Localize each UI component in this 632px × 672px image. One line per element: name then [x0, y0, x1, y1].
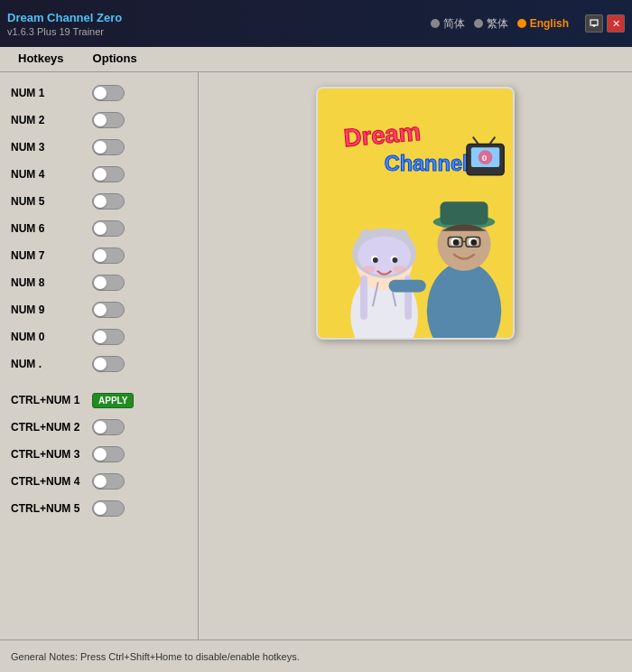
lang-simplified-label: 简体 [443, 16, 465, 32]
svg-rect-18 [360, 275, 367, 320]
hotkey-label: CTRL+NUM 2 [11, 421, 92, 434]
toggle-switch[interactable] [92, 166, 125, 182]
toggle-switch[interactable] [92, 85, 125, 101]
radio-traditional [474, 19, 483, 28]
hotkey-row: NUM 8 [0, 269, 198, 296]
svg-rect-31 [440, 201, 488, 225]
hotkey-label: NUM 4 [11, 168, 92, 181]
hotkey-label: NUM 2 [11, 114, 92, 126]
hotkey-label: CTRL+NUM 5 [11, 502, 92, 515]
menu-bar: Hotkeys Options [0, 47, 632, 72]
hotkey-label: CTRL+NUM 1 [11, 394, 92, 406]
status-bar: General Notes: Press Ctrl+Shift+Home to … [0, 639, 632, 672]
status-text: General Notes: Press Ctrl+Shift+Home to … [11, 651, 300, 662]
hotkey-label: NUM . [11, 358, 92, 370]
window-controls: ✕ [585, 14, 625, 33]
hotkey-row: NUM 9 [0, 296, 198, 323]
hotkey-row: NUM . [0, 350, 198, 378]
toggle-switch[interactable] [92, 193, 125, 210]
svg-text:Channel: Channel [385, 152, 469, 175]
toggle-switch[interactable] [92, 220, 125, 237]
svg-text:0: 0 [482, 153, 488, 163]
hotkey-row: NUM 1 [0, 79, 198, 107]
close-button[interactable]: ✕ [607, 14, 625, 33]
minimize-button[interactable] [585, 14, 603, 33]
hotkey-label: NUM 6 [11, 222, 92, 235]
hotkey-label: NUM 7 [11, 249, 92, 262]
radio-simplified [431, 19, 440, 28]
toggle-switch[interactable] [92, 275, 125, 291]
toggle-switch[interactable] [92, 112, 125, 128]
hotkey-row: CTRL+NUM 3 [0, 441, 198, 468]
left-panel: NUM 1NUM 2NUM 3NUM 4NUM 5NUM 6NUM 7NUM 8… [0, 72, 199, 639]
title-bar-left: Dream Channel Zero v1.6.3 Plus 19 Traine… [7, 11, 122, 37]
svg-point-22 [373, 257, 378, 263]
svg-point-34 [453, 239, 460, 246]
hotkey-label: CTRL+NUM 4 [11, 475, 92, 488]
lang-traditional[interactable]: 繁体 [474, 16, 508, 32]
menu-hotkeys[interactable]: Hotkeys [4, 48, 79, 70]
svg-rect-39 [389, 280, 426, 293]
toggle-switch[interactable] [92, 139, 125, 155]
hotkey-label: NUM 3 [11, 141, 92, 154]
svg-point-35 [470, 239, 477, 246]
svg-point-25 [393, 266, 405, 273]
toggle-switch[interactable] [92, 500, 125, 517]
right-panel: Dream Channel 0 [199, 72, 632, 639]
hotkey-label: NUM 5 [11, 195, 92, 208]
toggle-switch[interactable] [92, 446, 125, 462]
svg-rect-0 [590, 20, 598, 25]
hotkey-row: NUM 0 [0, 323, 198, 350]
game-cover: Dream Channel 0 [316, 87, 515, 340]
hotkey-row: NUM 5 [0, 188, 198, 215]
toggle-switch[interactable] [92, 329, 125, 345]
hotkey-row: NUM 7 [0, 242, 198, 269]
hotkey-row: NUM 6 [0, 215, 198, 242]
monitor-icon [590, 19, 599, 28]
title-bar: Dream Channel Zero v1.6.3 Plus 19 Traine… [0, 0, 632, 47]
cover-art: Dream Channel 0 [318, 89, 513, 338]
hotkey-row: CTRL+NUM 1APPLY [0, 387, 198, 414]
lang-traditional-label: 繁体 [487, 16, 508, 32]
hotkey-row: NUM 2 [0, 107, 198, 134]
main-content: NUM 1NUM 2NUM 3NUM 4NUM 5NUM 6NUM 7NUM 8… [0, 72, 632, 639]
menu-options[interactable]: Options [79, 48, 152, 70]
apply-badge[interactable]: APPLY [92, 393, 134, 408]
app-subtitle: v1.6.3 Plus 19 Trainer [7, 26, 122, 37]
hotkey-label: NUM 9 [11, 303, 92, 316]
lang-simplified[interactable]: 简体 [431, 16, 465, 32]
hotkey-row: CTRL+NUM 2 [0, 414, 198, 441]
toggle-switch[interactable] [92, 473, 125, 490]
hotkey-row: CTRL+NUM 4 [0, 468, 198, 495]
app-title: Dream Channel Zero [7, 11, 122, 24]
divider [0, 378, 198, 387]
title-bar-right: 简体 繁体 English ✕ [431, 14, 625, 33]
lang-english-label: English [530, 17, 569, 30]
svg-point-23 [392, 257, 397, 263]
hotkey-label: CTRL+NUM 3 [11, 448, 92, 461]
hotkey-label: NUM 0 [11, 331, 92, 343]
svg-point-24 [363, 266, 376, 273]
lang-english[interactable]: English [517, 17, 569, 30]
hotkey-row: NUM 3 [0, 134, 198, 161]
radio-english [517, 19, 526, 28]
toggle-switch[interactable] [92, 302, 125, 318]
hotkey-row: NUM 4 [0, 161, 198, 188]
toggle-switch[interactable] [92, 247, 125, 264]
hotkey-label: NUM 1 [11, 87, 92, 99]
toggle-switch[interactable] [92, 356, 125, 372]
toggle-switch[interactable] [92, 419, 125, 435]
hotkey-label: NUM 8 [11, 276, 92, 289]
hotkey-row: CTRL+NUM 5 [0, 495, 198, 522]
